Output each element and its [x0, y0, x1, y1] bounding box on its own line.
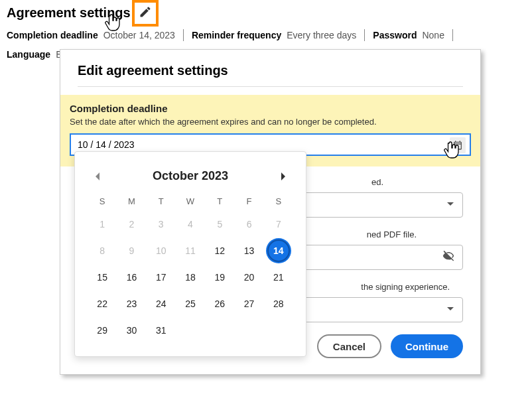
- summary-label: Reminder frequency: [192, 30, 281, 40]
- calendar-day: 8: [91, 239, 113, 262]
- calendar-month-label: October 2023: [153, 169, 228, 183]
- calendar-dow: M: [120, 194, 143, 209]
- eye-slash-icon[interactable]: [442, 250, 454, 265]
- calendar-day[interactable]: 23: [120, 293, 143, 315]
- summary-label: Completion deadline: [7, 30, 98, 40]
- calendar-dow: S: [267, 194, 290, 209]
- summary-reminder: Reminder frequency Every three days: [192, 30, 356, 40]
- calendar-day: 9: [120, 239, 143, 262]
- calendar-prev-month[interactable]: [91, 170, 104, 183]
- calendar-day[interactable]: 17: [150, 266, 172, 289]
- calendar-day[interactable]: 14: [267, 239, 290, 262]
- modal-divider: [78, 86, 463, 87]
- calendar-day[interactable]: 29: [91, 319, 113, 342]
- calendar-grid: SMTWTFS123456789101112131415161718192021…: [91, 194, 290, 342]
- section-desc: Set the date after which the agreement e…: [70, 117, 471, 127]
- calendar-day[interactable]: 15: [91, 266, 113, 289]
- calendar-dow: W: [179, 194, 202, 209]
- calendar-day[interactable]: 27: [238, 293, 261, 315]
- summary-value: None: [422, 30, 444, 40]
- modal-title: Edit agreement settings: [78, 63, 463, 78]
- chevron-down-icon: [446, 199, 454, 211]
- calendar-day: 6: [238, 213, 261, 235]
- calendar-day[interactable]: 24: [150, 293, 172, 315]
- edit-settings-button[interactable]: [132, 0, 159, 27]
- hand-cursor-icon: [102, 12, 123, 36]
- calendar-dow: T: [208, 194, 231, 209]
- calendar-dow: F: [237, 194, 260, 209]
- calendar-day[interactable]: 21: [267, 266, 290, 289]
- cancel-button[interactable]: Cancel: [317, 334, 381, 358]
- continue-button[interactable]: Continue: [391, 334, 463, 358]
- divider: [364, 29, 365, 41]
- date-value: 10 / 14 / 2023: [78, 139, 135, 150]
- calendar-day: 2: [120, 213, 143, 235]
- calendar-day: 3: [150, 213, 172, 235]
- calendar-day[interactable]: 20: [238, 266, 261, 289]
- divider: [183, 29, 184, 41]
- calendar-day: 5: [208, 213, 231, 235]
- calendar-day: 1: [91, 213, 113, 235]
- pencil-icon: [139, 5, 152, 19]
- calendar-day: 10: [150, 239, 172, 262]
- calendar-dow: T: [150, 194, 172, 209]
- calendar-day: 11: [179, 239, 202, 262]
- calendar-day[interactable]: 12: [208, 239, 231, 262]
- calendar-day[interactable]: 18: [179, 266, 202, 289]
- calendar-day[interactable]: 26: [208, 293, 231, 315]
- summary-label: Password: [373, 30, 417, 40]
- calendar-header: October 2023: [91, 169, 290, 183]
- calendar-day[interactable]: 31: [150, 319, 172, 342]
- calendar-day[interactable]: 28: [267, 293, 290, 315]
- summary-completion-deadline: Completion deadline October 14, 2023: [7, 30, 175, 40]
- calendar-day[interactable]: 30: [120, 319, 143, 342]
- calendar-day[interactable]: 16: [120, 266, 143, 289]
- summary-password: Password None: [373, 30, 444, 40]
- summary-label: Language: [7, 49, 50, 60]
- hand-cursor-icon: [441, 139, 462, 163]
- calendar-day[interactable]: 19: [208, 266, 231, 289]
- calendar-popup: October 2023 SMTWTFS12345678910111213141…: [74, 151, 306, 357]
- calendar-day[interactable]: 25: [179, 293, 202, 315]
- divider: [452, 29, 453, 41]
- chevron-left-icon: [94, 172, 101, 181]
- calendar-day: 4: [179, 213, 202, 235]
- chevron-right-icon: [280, 172, 287, 181]
- calendar-next-month[interactable]: [277, 170, 290, 183]
- section-label: Completion deadline: [70, 103, 471, 114]
- calendar-day[interactable]: 13: [238, 239, 261, 262]
- calendar-day: 7: [267, 213, 290, 235]
- calendar-dow: S: [91, 194, 113, 209]
- chevron-down-icon: [446, 304, 454, 316]
- summary-value: Every three days: [287, 30, 356, 40]
- calendar-day[interactable]: 22: [91, 293, 113, 315]
